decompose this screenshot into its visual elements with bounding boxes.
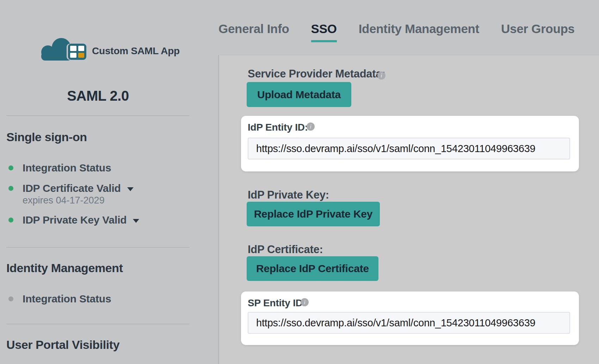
section-title-user-portal-visibility: User Portal Visibility — [6, 338, 119, 352]
idp-entity-id-card: IdP Entity ID: i — [241, 116, 579, 171]
status-dot-gray — [8, 296, 13, 301]
status-label: Integration Status — [23, 162, 111, 174]
replace-idp-certificate-button[interactable]: Replace IdP Certificate — [247, 256, 378, 281]
status-dot-green — [8, 165, 13, 170]
idp-certificate-label: IdP Certificate: — [248, 243, 323, 256]
service-provider-metadata-label: Service Provider Metadata: — [248, 68, 385, 80]
sp-entity-id-card: SP Entity ID: i — [241, 291, 579, 345]
tab-identity-management[interactable]: Identity Management — [359, 22, 479, 42]
chevron-down-icon[interactable] — [127, 187, 134, 191]
idp-entity-id-input[interactable] — [248, 138, 570, 159]
tab-sso[interactable]: SSO — [311, 22, 337, 42]
info-icon[interactable]: i — [307, 123, 315, 131]
section-title-identity-management: Identity Management — [6, 261, 123, 275]
sidebar-divider — [6, 115, 190, 116]
sp-entity-id-label: SP Entity ID: — [248, 297, 306, 309]
grid-cell — [70, 46, 76, 51]
app-logo-label: Custom SAML App — [92, 45, 180, 57]
status-label: IDP Certificate Valid — [23, 182, 121, 194]
status-row-idp-certificate-valid[interactable]: IDP Certificate Valid — [8, 182, 134, 194]
section-title-single-sign-on: Single sign-on — [6, 130, 87, 144]
idp-private-key-label: IdP Private Key: — [248, 189, 329, 201]
grid-cell — [78, 46, 85, 51]
info-icon[interactable]: i — [301, 298, 309, 306]
status-label: Integration Status — [23, 293, 111, 305]
tab-bar: General Info SSO Identity Management Use… — [218, 22, 575, 42]
tab-user-groups[interactable]: User Groups — [501, 22, 575, 42]
status-dot-green — [8, 186, 13, 191]
info-icon[interactable]: i — [377, 71, 385, 80]
status-dot-green — [8, 218, 13, 222]
status-row-idm-integration-status: Integration Status — [8, 293, 111, 305]
protocol-title: SAML 2.0 — [6, 88, 190, 104]
sidebar: Custom SAML App SAML 2.0 Single sign-on … — [0, 0, 218, 364]
grid-cell — [70, 53, 76, 58]
app-logo: Custom SAML App — [41, 38, 180, 61]
status-row-idp-private-key-valid[interactable]: IDP Private Key Valid — [8, 214, 139, 226]
idp-entity-id-label: IdP Entity ID: — [248, 122, 308, 133]
upload-metadata-button[interactable]: Upload Metadata — [247, 82, 351, 107]
chevron-down-icon[interactable] — [133, 219, 139, 223]
tab-general-info[interactable]: General Info — [218, 22, 289, 42]
saml-connector-screen: General Info SSO Identity Management Use… — [0, 0, 599, 364]
grid-cell-amber — [78, 53, 85, 58]
sidebar-divider — [6, 324, 190, 324]
replace-idp-private-key-button[interactable]: Replace IdP Private Key — [247, 202, 380, 226]
app-grid-icon — [68, 44, 86, 60]
sp-entity-id-input[interactable] — [248, 312, 570, 334]
status-row-integration-status: Integration Status — [8, 162, 111, 174]
sidebar-divider — [6, 247, 190, 247]
status-label: IDP Private Key Valid — [23, 214, 126, 226]
certificate-expiry-text: expires 04-17-2029 — [23, 195, 105, 206]
